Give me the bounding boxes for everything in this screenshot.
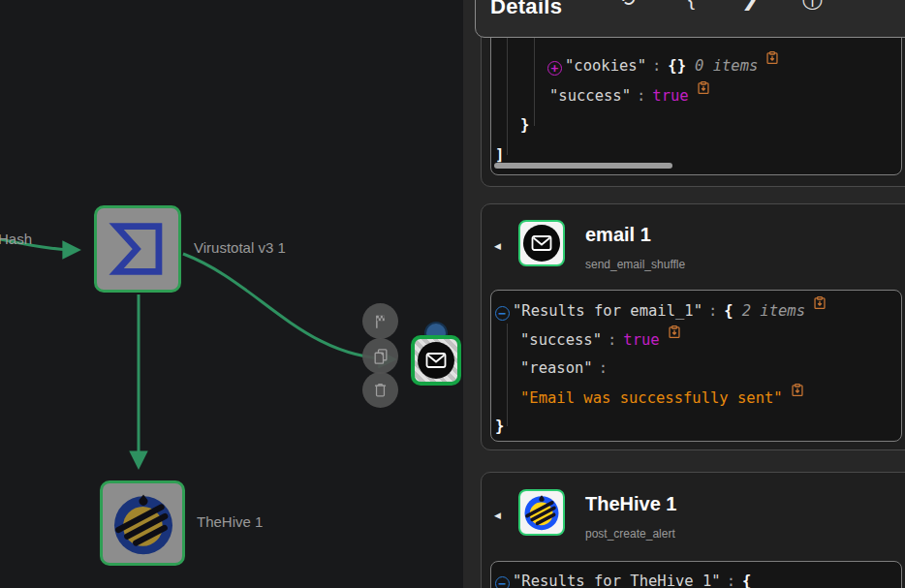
workflow-canvas[interactable]: Hash Virustotal v3 1 bbox=[0, 0, 463, 588]
json-row-close-bracket: ] bbox=[491, 140, 901, 170]
json-row-reason-key: "reason": bbox=[491, 354, 901, 383]
details-panel: +"cookies":{}0 items "success":true } ] … bbox=[463, 0, 905, 588]
section-subtitle-thehive: post_create_alert bbox=[585, 527, 675, 541]
section-title-email: email 1 bbox=[585, 224, 651, 246]
json-row-reason-value: "Email was successfully sent" bbox=[491, 383, 901, 412]
collapse-section-icon[interactable]: ◀ bbox=[494, 511, 501, 520]
email-envelope-icon bbox=[418, 342, 454, 379]
checkered-flag-icon bbox=[371, 312, 390, 331]
node-thehive[interactable] bbox=[100, 480, 185, 566]
next-arrow-icon[interactable]: ❯ bbox=[741, 0, 759, 11]
copy-value-icon[interactable] bbox=[697, 80, 710, 95]
edge-virustotal-to-email[interactable] bbox=[183, 254, 393, 359]
details-title: Details bbox=[490, 0, 562, 19]
duplicate-icon bbox=[371, 347, 390, 366]
json-viewer-email[interactable]: −"Results for email_1":{2 items "success… bbox=[490, 290, 902, 442]
info-icon[interactable]: ⓘ bbox=[802, 0, 823, 15]
section-subtitle-email: send_email_shuffle bbox=[585, 258, 685, 271]
json-viewer-thehive[interactable]: −"Results for TheHive_1":{ bbox=[490, 561, 902, 588]
copy-value-icon[interactable] bbox=[791, 383, 804, 397]
json-row-cookies: +"cookies":{}0 items bbox=[491, 50, 901, 80]
details-header: Details ⟲ { ❯ ⓘ bbox=[475, 0, 905, 38]
json-row-root: −"Results for TheHive_1":{ bbox=[491, 567, 901, 588]
collapse-icon[interactable]: − bbox=[495, 576, 510, 588]
copy-value-icon[interactable] bbox=[765, 50, 779, 65]
virustotal-sigma-icon bbox=[105, 216, 171, 282]
node-email[interactable] bbox=[411, 335, 461, 386]
trigger-edge-label: Hash bbox=[0, 231, 32, 247]
result-section-thehive: ◀ TheHive 1 post_create_alert bbox=[481, 472, 905, 588]
copy-value-icon[interactable] bbox=[668, 325, 681, 339]
json-row-close-brace: } bbox=[491, 412, 901, 441]
email-envelope-icon bbox=[530, 232, 553, 255]
set-startnode-button[interactable] bbox=[362, 303, 398, 339]
thehive-bee-icon bbox=[521, 492, 562, 533]
workflow-edges bbox=[0, 0, 463, 588]
shuffle-workflow-screen: Hash Virustotal v3 1 bbox=[0, 0, 905, 588]
email-app-icon bbox=[518, 220, 565, 266]
json-row-root: −"Results for email_1":{2 items bbox=[491, 295, 901, 325]
node-label-thehive: TheHive 1 bbox=[197, 513, 263, 530]
collapse-section-icon[interactable]: ◀ bbox=[494, 241, 501, 251]
json-row-close-brace: } bbox=[491, 110, 901, 140]
expand-icon[interactable]: + bbox=[547, 61, 562, 76]
json-row-success: "success":true bbox=[491, 80, 901, 110]
node-label-virustotal: Virustotal v3 1 bbox=[194, 239, 286, 256]
trash-icon bbox=[371, 381, 390, 399]
collapse-icon[interactable]: − bbox=[495, 306, 510, 321]
section-title-thehive: TheHive 1 bbox=[585, 493, 676, 515]
copy-node-button[interactable] bbox=[362, 338, 398, 374]
refresh-icon[interactable]: ⟲ bbox=[618, 0, 636, 11]
code-braces-icon[interactable]: { bbox=[688, 0, 695, 11]
copy-value-icon[interactable] bbox=[813, 295, 827, 310]
json-row-success: "success":true bbox=[491, 325, 901, 354]
node-virustotal[interactable] bbox=[94, 205, 181, 293]
result-section-email: ◀ email 1 send_email_shuffle −"Results f… bbox=[481, 203, 905, 450]
delete-node-button[interactable] bbox=[362, 372, 398, 408]
thehive-app-icon bbox=[518, 489, 565, 536]
thehive-bee-icon bbox=[109, 489, 178, 559]
